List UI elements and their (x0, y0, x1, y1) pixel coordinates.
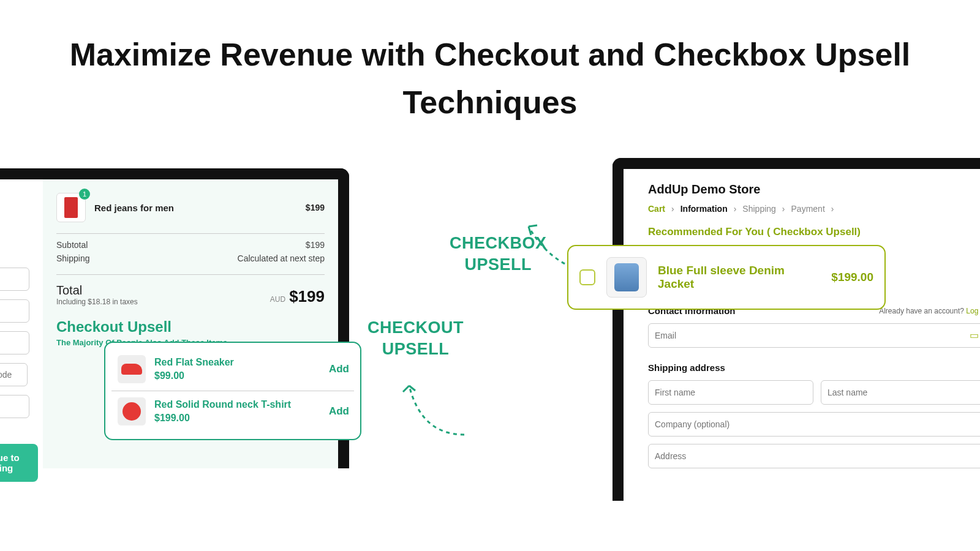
store-name: AddUp Demo Store (648, 182, 980, 197)
shipping-address-label: Shipping address (648, 362, 980, 373)
checkbox-upsell-card[interactable]: Blue Full sleeve Denim Jacket $199.00 (567, 245, 886, 310)
upsell-item-price: $99.00 (154, 370, 234, 381)
page-title: Maximize Revenue with Checkout and Check… (0, 31, 980, 126)
last-name-field[interactable] (821, 380, 980, 405)
address-field[interactable] (648, 444, 980, 468)
first-name-field[interactable] (648, 380, 813, 405)
upsell-checkbox[interactable] (579, 269, 595, 285)
chevron-right-icon: › (831, 204, 834, 214)
checkout-upsell-tag: CHECKOUTUPSELL (368, 317, 464, 360)
tshirt-thumb (118, 397, 146, 425)
currency-label: AUD (270, 295, 285, 304)
breadcrumb-payment: Payment (791, 204, 825, 214)
generic-field-3[interactable] (0, 395, 29, 418)
breadcrumb: Cart › Information › Shipping › Payment … (648, 204, 980, 214)
qty-badge: 1 (79, 189, 90, 200)
breadcrumb-information: Information (680, 204, 728, 214)
recommended-heading: Recommended For You ( Checkbox Upsell) (648, 226, 980, 238)
upsell-item-name: Red Flat Sneaker (154, 357, 234, 368)
chevron-right-icon: › (734, 204, 737, 214)
breadcrumb-cart[interactable]: Cart (648, 204, 665, 214)
last-name-field[interactable] (0, 268, 29, 291)
subtotal-value: $199 (306, 240, 325, 250)
generic-field-2[interactable] (0, 331, 29, 354)
chevron-right-icon: › (671, 204, 674, 214)
upsell-item-name: Red Solid Round neck T-shirt (154, 399, 291, 410)
jacket-thumb (606, 257, 647, 298)
breadcrumb-shipping: Shipping (742, 204, 776, 214)
id-card-icon: ▭ (970, 329, 979, 341)
have-account-text: Already have an account? Log in (879, 307, 980, 315)
cart-item-price: $199 (306, 203, 325, 212)
sneaker-thumb (118, 355, 146, 383)
generic-field-1[interactable] (0, 299, 29, 323)
shipping-value: Calculated at next step (238, 253, 325, 263)
right-device-frame: AddUp Demo Store Cart › Information › Sh… (612, 158, 980, 501)
jeans-icon (64, 197, 78, 218)
add-button[interactable]: Add (329, 405, 352, 418)
postcode-field[interactable] (0, 363, 28, 386)
jacket-icon (614, 263, 639, 291)
tax-note: Including $18.18 in taxes (56, 298, 138, 306)
cart-line-item: 1 Red jeans for men $199 (56, 193, 325, 222)
upsell-item: Red Flat Sneaker $99.00 Add (111, 349, 354, 391)
checkout-form-column: Payment › Continue to shipping (0, 179, 43, 468)
checkout-upsell-heading: Checkout Upsell (56, 318, 325, 335)
breadcrumb: Payment › (0, 219, 38, 228)
checkbox-upsell-name: Blue Full sleeve Denim Jacket (658, 264, 820, 291)
continue-to-shipping-button[interactable]: Continue to shipping (0, 444, 38, 482)
checkbox-upsell-price: $199.00 (831, 271, 873, 284)
shipping-label: Shipping (56, 253, 90, 263)
total-label: Total (56, 283, 138, 298)
login-link[interactable]: Log in (966, 307, 980, 315)
tshirt-icon (123, 402, 141, 421)
upsell-item: Red Solid Round neck T-shirt $199.00 Add (111, 391, 354, 433)
company-field[interactable] (648, 412, 980, 437)
checkout-upsell-card: Red Flat Sneaker $99.00 Add Red Solid Ro… (104, 342, 361, 440)
product-thumb: 1 (56, 193, 86, 222)
cart-item-name: Red jeans for men (94, 203, 297, 213)
email-field[interactable] (648, 323, 980, 348)
upsell-item-price: $199.00 (154, 413, 291, 424)
chevron-right-icon: › (782, 204, 785, 214)
subtotal-label: Subtotal (56, 240, 88, 250)
arrow-checkout-icon (360, 367, 470, 441)
sneaker-icon (121, 364, 142, 375)
add-button[interactable]: Add (329, 363, 352, 375)
total-value: $199 (289, 287, 325, 305)
